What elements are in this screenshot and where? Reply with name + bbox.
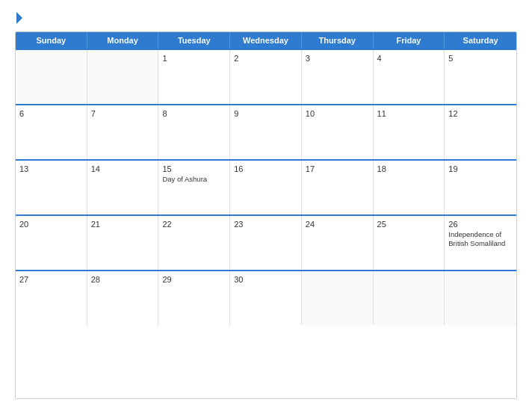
date-number: 21 [91, 220, 155, 229]
calendar: SundayMondayTuesdayWednesdayThursdayFrid… [15, 31, 517, 399]
date-number: 3 [306, 54, 369, 63]
date-number: 9 [234, 109, 297, 118]
calendar-cell [445, 271, 516, 325]
calendar-cell [302, 271, 374, 325]
date-number: 6 [19, 109, 83, 118]
date-number: 4 [377, 54, 441, 63]
calendar-cell [16, 50, 87, 104]
calendar-cell: 19 [445, 161, 516, 214]
calendar-cell: 14 [87, 161, 159, 214]
weekday-header-thursday: Thursday [302, 32, 374, 49]
calendar-cell: 9 [230, 105, 302, 159]
calendar-cell: 1 [158, 50, 230, 104]
weekday-header-friday: Friday [374, 32, 445, 49]
date-number: 29 [162, 275, 226, 284]
date-number: 16 [234, 164, 297, 173]
calendar-row-0: 12345 [16, 49, 516, 104]
calendar-cell: 23 [230, 216, 302, 270]
calendar-row-3: 20212223242526Independence of British So… [16, 214, 516, 270]
date-number: 25 [377, 220, 441, 229]
logo-triangle-icon [16, 12, 22, 24]
calendar-cell: 25 [374, 216, 445, 270]
calendar-event: Day of Ashura [162, 175, 226, 184]
calendar-header: SundayMondayTuesdayWednesdayThursdayFrid… [16, 32, 516, 49]
date-number: 20 [19, 220, 83, 229]
logo [15, 12, 22, 24]
calendar-cell: 16 [230, 161, 302, 214]
calendar-cell: 22 [158, 216, 230, 270]
date-number: 24 [306, 220, 369, 229]
date-number: 11 [377, 109, 441, 118]
calendar-row-2: 131415Day of Ashura16171819 [16, 159, 516, 214]
calendar-event: Independence of British Somaliland [448, 230, 513, 249]
calendar-cell: 27 [16, 271, 87, 325]
logo-blue-container [15, 12, 22, 24]
calendar-cell [87, 50, 159, 104]
date-number: 1 [162, 54, 226, 63]
calendar-cell: 17 [302, 161, 374, 214]
calendar-cell: 29 [158, 271, 230, 325]
date-number: 15 [162, 164, 226, 173]
calendar-row-1: 6789101112 [16, 104, 516, 159]
calendar-cell: 20 [16, 216, 87, 270]
weekday-header-tuesday: Tuesday [158, 32, 230, 49]
calendar-cell: 11 [374, 105, 445, 159]
date-number: 5 [448, 54, 513, 63]
calendar-cell: 24 [302, 216, 374, 270]
calendar-cell: 7 [87, 105, 159, 159]
calendar-cell: 21 [87, 216, 159, 270]
calendar-cell: 26Independence of British Somaliland [445, 216, 516, 270]
calendar-cell: 5 [445, 50, 516, 104]
calendar-cell: 8 [158, 105, 230, 159]
calendar-cell: 13 [16, 161, 87, 214]
calendar-cell: 28 [87, 271, 159, 325]
date-number: 17 [306, 164, 369, 173]
date-number: 27 [19, 275, 83, 284]
date-number: 13 [19, 164, 83, 173]
date-number: 30 [234, 275, 297, 284]
calendar-cell: 10 [302, 105, 374, 159]
calendar-cell: 4 [374, 50, 445, 104]
calendar-cell: 30 [230, 271, 302, 325]
date-number: 23 [234, 220, 297, 229]
date-number: 19 [448, 164, 513, 173]
date-number: 26 [448, 220, 513, 229]
date-number: 8 [162, 109, 226, 118]
weekday-header-wednesday: Wednesday [230, 32, 302, 49]
calendar-cell: 3 [302, 50, 374, 104]
date-number: 14 [91, 164, 155, 173]
weekday-header-saturday: Saturday [445, 32, 516, 49]
calendar-cell: 18 [374, 161, 445, 214]
calendar-cell: 6 [16, 105, 87, 159]
date-number: 7 [91, 109, 155, 118]
date-number: 12 [448, 109, 513, 118]
header [15, 12, 517, 24]
page: SundayMondayTuesdayWednesdayThursdayFrid… [0, 0, 532, 411]
calendar-cell [374, 271, 445, 325]
calendar-cell: 2 [230, 50, 302, 104]
calendar-body: 123456789101112131415Day of Ashura161718… [16, 49, 516, 325]
calendar-row-4: 27282930 [16, 270, 516, 325]
date-number: 18 [377, 164, 441, 173]
weekday-header-monday: Monday [87, 32, 159, 49]
date-number: 28 [91, 275, 155, 284]
calendar-cell: 12 [445, 105, 516, 159]
date-number: 22 [162, 220, 226, 229]
calendar-cell: 15Day of Ashura [158, 161, 230, 214]
weekday-header-sunday: Sunday [16, 32, 87, 49]
date-number: 2 [234, 54, 297, 63]
date-number: 10 [306, 109, 369, 118]
